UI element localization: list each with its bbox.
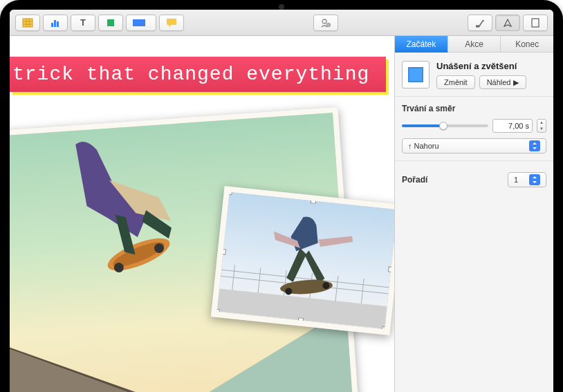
tab-start[interactable]: Začátek [395, 36, 448, 53]
svg-marker-40 [533, 176, 537, 178]
svg-line-34 [361, 279, 364, 304]
selection-handle[interactable] [226, 189, 232, 195]
svg-rect-18 [532, 19, 539, 27]
toolbar-media-button[interactable] [126, 15, 156, 31]
toolbar-collaborate-button[interactable] [313, 15, 338, 31]
svg-rect-0 [23, 19, 33, 27]
preview-button[interactable]: Náhled ▶ [479, 75, 527, 89]
selection-handle[interactable] [388, 266, 394, 272]
toolbar-format-button[interactable] [468, 15, 492, 31]
selection-handle[interactable] [214, 308, 220, 315]
play-icon: ▶ [513, 78, 519, 87]
toolbar-text-button[interactable]: T [71, 15, 95, 31]
selected-photo[interactable] [211, 186, 394, 335]
preview-label: Náhled [487, 78, 511, 86]
selection-handle[interactable] [382, 326, 388, 333]
effect-preview-thumb [402, 61, 430, 88]
svg-line-29 [232, 265, 235, 290]
svg-marker-38 [533, 142, 537, 144]
selection-handle[interactable] [220, 249, 226, 255]
svg-marker-17 [504, 19, 511, 26]
svg-line-33 [335, 276, 338, 301]
svg-marker-39 [533, 147, 537, 149]
app-window: T [10, 10, 553, 392]
toolbar: T [10, 10, 553, 36]
order-label: Pořadí [402, 175, 427, 185]
svg-marker-10 [145, 20, 149, 26]
svg-rect-6 [54, 20, 56, 27]
toolbar-comment-button[interactable] [159, 15, 184, 31]
svg-point-36 [285, 288, 293, 295]
tab-action[interactable]: Akce [448, 36, 501, 53]
change-effect-button[interactable]: Změnit [436, 75, 475, 89]
direction-value: Nahoru [414, 142, 439, 150]
svg-marker-41 [533, 181, 537, 183]
duration-field[interactable]: 7,00 s [492, 119, 533, 133]
device-frame: T [0, 0, 563, 392]
inspector-panel: Začátek Akce Konec Unášení a zvětšení Zm… [394, 36, 553, 392]
svg-line-31 [284, 270, 286, 295]
chevrons-icon [529, 174, 540, 185]
tab-end[interactable]: Konec [501, 36, 553, 53]
toolbar-document-button[interactable] [523, 15, 548, 31]
stepper-down-icon[interactable]: ▼ [537, 126, 546, 132]
toolbar-table-button[interactable] [15, 15, 40, 31]
effect-section: Unášení a zvětšení Změnit Náhled ▶ [395, 53, 553, 97]
duration-stepper[interactable]: ▲▼ [537, 119, 546, 133]
duration-slider[interactable] [402, 124, 488, 127]
toolbar-left-group: T [15, 15, 184, 31]
camera-dot [279, 4, 284, 10]
svg-line-27 [221, 270, 389, 288]
photo2-sky [217, 192, 394, 330]
svg-point-37 [322, 282, 330, 290]
chevrons-icon [529, 140, 540, 151]
direction-select[interactable]: ↑ Nahoru [402, 138, 546, 153]
svg-line-28 [221, 277, 389, 295]
slider-knob[interactable] [439, 122, 447, 130]
selection-handle[interactable] [311, 198, 317, 204]
order-select[interactable]: 1 [508, 172, 546, 187]
order-section: Pořadí 1 [395, 160, 553, 194]
slide-canvas[interactable]: trick that changed everything [10, 36, 394, 392]
svg-point-13 [322, 19, 326, 24]
inspector-tabs: Začátek Akce Konec [395, 36, 553, 53]
svg-rect-9 [133, 19, 145, 26]
duration-section-label: Trvání a směr [402, 104, 546, 113]
svg-rect-11 [167, 19, 176, 25]
slide-title-text[interactable]: trick that changed everything [10, 57, 386, 92]
svg-rect-7 [57, 21, 59, 27]
order-value: 1 [514, 176, 518, 184]
toolbar-right-group [468, 15, 548, 31]
svg-line-32 [310, 273, 313, 298]
svg-rect-8 [107, 19, 114, 26]
selection-handle[interactable] [298, 317, 304, 324]
svg-line-30 [258, 268, 261, 292]
skater2-figure [257, 209, 369, 310]
effect-name: Unášení a zvětšení [436, 61, 546, 71]
toolbar-chart-button[interactable] [43, 15, 68, 31]
duration-section: Trvání a směr 7,00 s ▲▼ ↑ Nahoru [395, 97, 553, 160]
toolbar-shape-button[interactable] [98, 15, 123, 31]
skater-figure [48, 130, 197, 305]
svg-rect-5 [51, 23, 53, 27]
svg-marker-19 [10, 333, 178, 392]
stepper-up-icon[interactable]: ▲ [537, 120, 546, 126]
arrow-up-icon: ↑ [408, 142, 412, 150]
toolbar-animate-button[interactable] [495, 15, 520, 31]
svg-marker-12 [169, 25, 172, 27]
svg-point-35 [279, 278, 333, 295]
